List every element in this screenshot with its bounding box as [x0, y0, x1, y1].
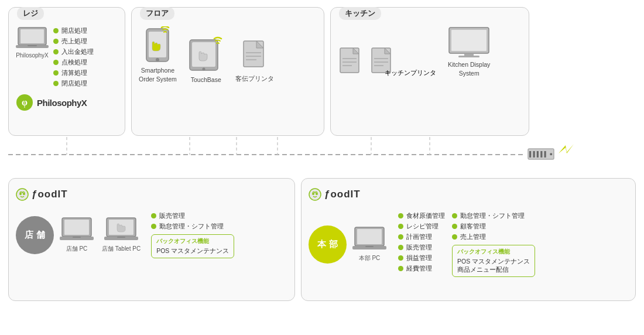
store-bullets: 販売管理 勤怠管理・シフト管理	[151, 211, 234, 231]
hq-bullet: 顧客管理	[452, 222, 535, 231]
philosophy-logo: φ PhilosophyX	[16, 94, 118, 111]
reji-content: PhilosophyX 開店処理 売上処理 入出金処理 点検処理 清算処理 閉店…	[16, 26, 118, 88]
svg-point-8	[156, 58, 159, 61]
floor-label: フロア	[140, 7, 174, 20]
store-foodit-logo: ƒoodIT	[16, 188, 287, 201]
touchbase-device: TouchBase	[189, 36, 224, 83]
main-wrapper: レジ PhilosophyX 開店処理 売上処理 入出金処理	[0, 0, 644, 335]
svg-point-38	[16, 189, 28, 200]
hq-bullets-left: 食材原価管理 レシピ管理 計画管理 販売管理 損益管理 経費管理	[398, 211, 445, 277]
svg-text:▌▌▌▌▌ ●: ▌▌▌▌▌ ●	[529, 151, 553, 158]
svg-rect-27	[458, 56, 479, 57]
hq-info: 食材原価管理 レシピ管理 計画管理 販売管理 損益管理 経費管理 勤怠管理・シフ…	[398, 211, 535, 277]
store-pc-label: 店舗 PC	[66, 245, 88, 253]
floor-printer-svg	[240, 40, 269, 73]
svg-rect-48	[117, 237, 125, 238]
store-info: 販売管理 勤怠管理・シフト管理 バックオフィス機能 POS マスタメンテナンス	[151, 211, 234, 258]
bullet-dot	[398, 224, 403, 229]
bullet-item: 閉店処理	[53, 79, 94, 88]
hq-bullets-container: 食材原価管理 レシピ管理 計画管理 販売管理 損益管理 経費管理 勤怠管理・シフ…	[398, 211, 535, 277]
bullet-dot	[151, 224, 156, 229]
kitchen-printer1-svg	[338, 47, 365, 77]
bullet-item: 開店処理	[53, 26, 94, 35]
bullet-dot	[53, 28, 59, 33]
bullet-dot	[398, 255, 403, 261]
store-tablet-svg	[104, 217, 138, 242]
hq-bullet: 販売管理	[398, 243, 445, 252]
hq-bullet: 売上管理	[452, 233, 535, 241]
kitchen-display-svg	[448, 26, 490, 58]
svg-rect-42	[64, 220, 89, 235]
bottom-section: ƒoodIT 店 舗 店舗 PC	[8, 178, 636, 301]
bullet-dot	[53, 39, 59, 44]
bullet-dot	[398, 245, 403, 250]
hq-pc-label: 本部 PC	[359, 254, 381, 262]
touchbase-label: TouchBase	[191, 76, 221, 83]
bullet-item: 点検処理	[53, 58, 94, 67]
hq-bullet: 勤怠管理・シフト管理	[452, 211, 535, 220]
store-backoffice-item: POS マスタメンテナンス	[156, 247, 229, 255]
hq-backoffice-box: バックオフィス機能 POS マスタメンテナンス 商品メニュー配信	[452, 245, 535, 277]
store-bullet-item: 勤怠管理・シフト管理	[151, 222, 234, 231]
store-backoffice-box: バックオフィス機能 POS マスタメンテナンス	[151, 234, 234, 258]
bullet-dot	[398, 266, 403, 271]
svg-point-50	[312, 193, 314, 195]
store-backoffice-label: バックオフィス機能	[156, 237, 229, 245]
bullet-dot	[452, 234, 457, 240]
svg-text:φ: φ	[22, 97, 28, 108]
bullet-dot	[53, 49, 59, 54]
bullet-dot	[151, 213, 156, 218]
hq-bullet: 計画管理	[398, 233, 445, 241]
reji-device-icon: PhilosophyX	[16, 26, 49, 59]
svg-rect-55	[365, 246, 374, 247]
connector-area: ▌▌▌▌▌ ●	[8, 137, 636, 170]
store-devices: 店舗 PC 店舗 Tablet PC	[60, 217, 141, 253]
svg-point-51	[316, 193, 318, 195]
hq-pc: 本部 PC	[352, 226, 386, 262]
hq-inner: 本 部 本部 PC 食材原価管理 レシ	[309, 211, 628, 277]
svg-rect-25	[451, 30, 487, 51]
svg-rect-3	[28, 45, 37, 46]
floor-printer-device: 客伝プリンタ	[235, 40, 274, 83]
bullet-dot	[53, 70, 59, 76]
bullet-item: 入出金処理	[53, 47, 94, 56]
svg-rect-53	[357, 229, 382, 244]
kitchen-display: Kitchen DisplaySystem	[448, 26, 490, 77]
floor-devices: SmartphoneOrder System	[139, 26, 317, 83]
store-box: ƒoodIT 店 舗 店舗 PC	[8, 178, 295, 301]
kitchen-printer1	[338, 47, 365, 77]
store-tablet-pc: 店舗 Tablet PC	[102, 217, 141, 253]
hq-foodit-text: ƒoodIT	[324, 189, 361, 200]
hq-right-col: 勤怠管理・シフト管理 顧客管理 売上管理 バックオフィス機能 POS マスタメン…	[452, 211, 535, 277]
smartphone-device: SmartphoneOrder System	[139, 26, 177, 83]
reji-bullet-list: 開店処理 売上処理 入出金処理 点検処理 清算処理 閉店処理	[53, 26, 94, 88]
philosophy-logo-text: PhilosophyX	[37, 98, 87, 108]
bullet-dot	[398, 213, 403, 218]
hq-bullet: レシピ管理	[398, 222, 445, 231]
hq-badge: 本 部	[309, 225, 347, 264]
hq-backoffice-item1: POS マスタメンテナンス	[457, 258, 530, 266]
svg-rect-44	[73, 237, 81, 238]
reji-device-name: PhilosophyX	[16, 52, 49, 59]
top-section: レジ PhilosophyX 開店処理 売上処理 入出金処理	[8, 7, 636, 136]
kitchen-label: キッチン	[339, 7, 381, 20]
hq-box: ƒoodIT 本 部 本部 PC	[301, 178, 636, 301]
kitchen-display-label: Kitchen DisplaySystem	[448, 60, 490, 77]
kitchen-box: キッチン	[330, 7, 529, 136]
connector-svg: ▌▌▌▌▌ ●	[8, 137, 636, 170]
store-inner: 店 舗 店舗 PC	[16, 211, 287, 258]
svg-rect-1	[20, 29, 44, 43]
bullet-dot	[398, 234, 403, 240]
kitchen-devices: キッチンプリンタ Kitchen DisplaySystem	[338, 26, 522, 77]
hq-backoffice-label: バックオフィス機能	[457, 248, 530, 256]
bullet-dot	[452, 224, 457, 229]
reji-label: レジ	[17, 7, 44, 20]
svg-point-39	[19, 193, 22, 195]
smartphone-label: SmartphoneOrder System	[139, 66, 177, 83]
floor-box: フロア SmartphoneOrder Syste	[131, 7, 324, 136]
kitchen-printer-label: キッチンプリンタ	[385, 69, 436, 77]
hq-foodit-logo: ƒoodIT	[309, 188, 628, 201]
store-pc-svg	[60, 217, 94, 242]
reji-box: レジ PhilosophyX 開店処理 売上処理 入出金処理	[8, 7, 125, 136]
bullet-item: 清算処理	[53, 69, 94, 77]
